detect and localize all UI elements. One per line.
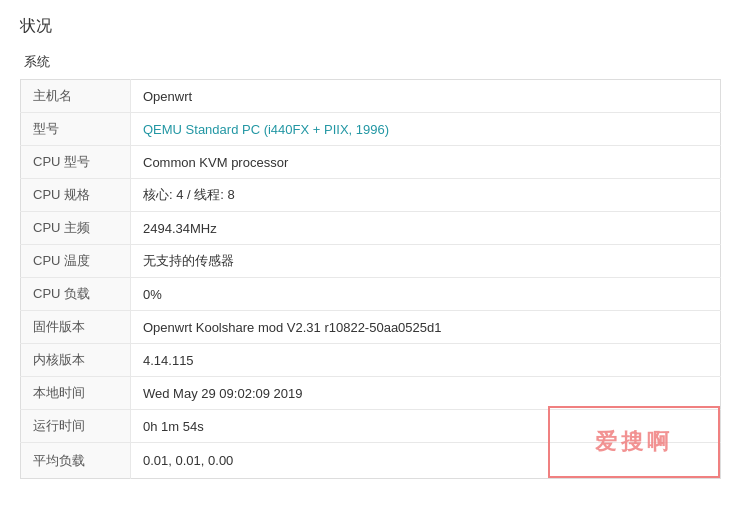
row-value: Common KVM processor — [131, 146, 721, 179]
row-label: 固件版本 — [21, 311, 131, 344]
row-label: CPU 型号 — [21, 146, 131, 179]
table-row: 本地时间Wed May 29 09:02:09 2019 — [21, 377, 721, 410]
row-label: CPU 主频 — [21, 212, 131, 245]
row-value: 0.01, 0.01, 0.00爱搜啊 — [131, 443, 721, 479]
row-value: 0h 1m 54s — [131, 410, 721, 443]
system-info-table: 主机名Openwrt型号QEMU Standard PC (i440FX + P… — [20, 79, 721, 479]
table-row: 型号QEMU Standard PC (i440FX + PIIX, 1996) — [21, 113, 721, 146]
row-value: Openwrt Koolshare mod V2.31 r10822-50aa0… — [131, 311, 721, 344]
table-row: 内核版本4.14.115 — [21, 344, 721, 377]
row-label: 本地时间 — [21, 377, 131, 410]
table-row: CPU 温度无支持的传感器 — [21, 245, 721, 278]
row-value: 无支持的传感器 — [131, 245, 721, 278]
row-value: Openwrt — [131, 80, 721, 113]
row-value: 核心: 4 / 线程: 8 — [131, 179, 721, 212]
table-row: 平均负载0.01, 0.01, 0.00爱搜啊 — [21, 443, 721, 479]
row-label: CPU 规格 — [21, 179, 131, 212]
table-row: 固件版本Openwrt Koolshare mod V2.31 r10822-5… — [21, 311, 721, 344]
table-row: CPU 规格核心: 4 / 线程: 8 — [21, 179, 721, 212]
row-value: 4.14.115 — [131, 344, 721, 377]
row-value: QEMU Standard PC (i440FX + PIIX, 1996) — [131, 113, 721, 146]
row-label: 内核版本 — [21, 344, 131, 377]
section-title: 系统 — [20, 53, 721, 71]
row-label: 型号 — [21, 113, 131, 146]
row-label: 运行时间 — [21, 410, 131, 443]
row-label: CPU 负载 — [21, 278, 131, 311]
row-value: 0% — [131, 278, 721, 311]
row-value: Wed May 29 09:02:09 2019 — [131, 377, 721, 410]
row-label: CPU 温度 — [21, 245, 131, 278]
row-label: 平均负载 — [21, 443, 131, 479]
row-value-link[interactable]: QEMU Standard PC (i440FX + PIIX, 1996) — [143, 122, 389, 137]
row-label: 主机名 — [21, 80, 131, 113]
table-row: CPU 负载0% — [21, 278, 721, 311]
row-value: 2494.34MHz — [131, 212, 721, 245]
table-row: 运行时间0h 1m 54s — [21, 410, 721, 443]
page-title: 状况 — [20, 16, 721, 37]
table-row: CPU 型号Common KVM processor — [21, 146, 721, 179]
table-row: 主机名Openwrt — [21, 80, 721, 113]
table-row: CPU 主频2494.34MHz — [21, 212, 721, 245]
